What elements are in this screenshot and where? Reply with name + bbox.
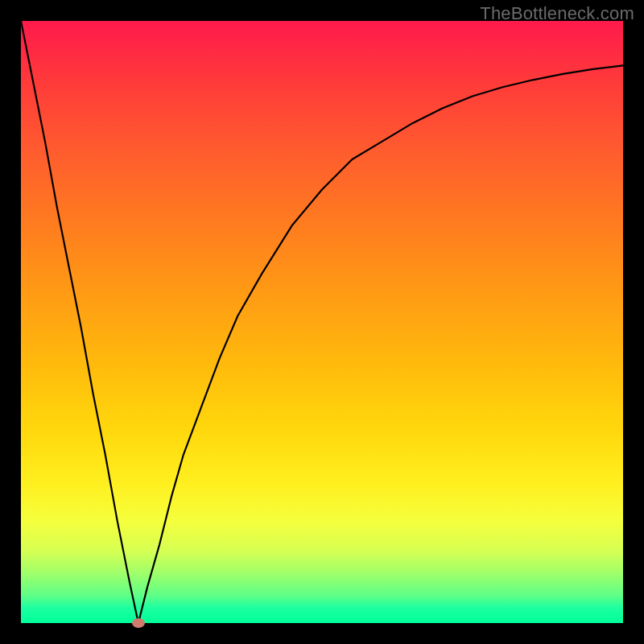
chart-frame: TheBottleneck.com — [0, 0, 644, 644]
plot-area — [21, 21, 623, 623]
optimal-point-dot — [132, 618, 145, 628]
bottleneck-curve — [21, 21, 623, 623]
